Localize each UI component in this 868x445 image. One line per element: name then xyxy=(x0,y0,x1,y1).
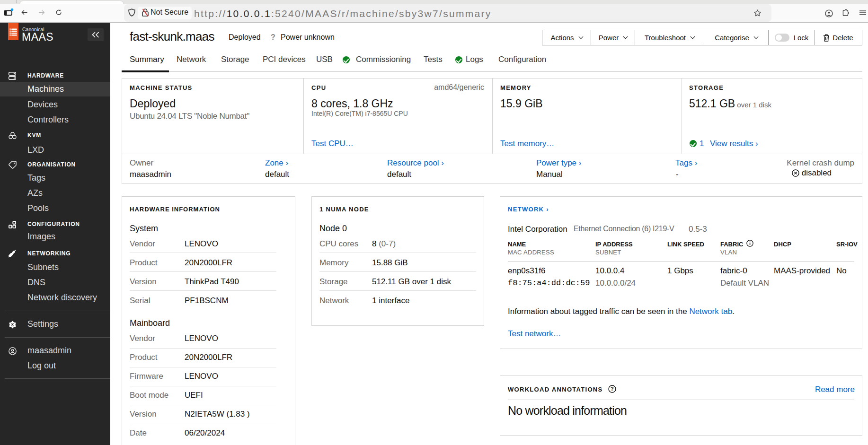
svg-text:?: ? xyxy=(611,386,613,392)
